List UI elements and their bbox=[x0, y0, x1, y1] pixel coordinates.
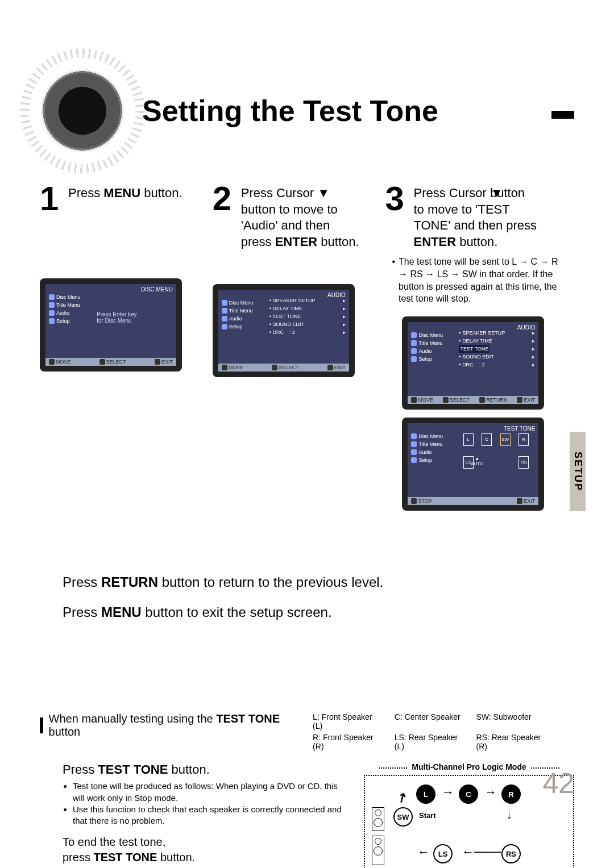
screen-2-list: • SPEAKER SETUP▸ • DELAY TIME▸ • TEST TO… bbox=[269, 297, 346, 336]
setup-icon bbox=[411, 457, 417, 463]
move-icon bbox=[49, 359, 55, 365]
row-delay-time: DELAY TIME bbox=[272, 306, 302, 311]
speaker-box-icon bbox=[372, 836, 384, 865]
start-label: Start bbox=[419, 811, 436, 820]
exit-icon bbox=[517, 397, 522, 403]
sidebar-title-menu: Title Menu bbox=[418, 339, 442, 347]
steps-row: 1 Press MENU button. DISC MENU Disc Menu… bbox=[40, 182, 574, 511]
footer-move: MOVE bbox=[56, 359, 71, 365]
press-tt-post: button. bbox=[168, 762, 209, 777]
sidebar-title-menu: Title Menu bbox=[56, 301, 80, 309]
manual-test-section: When manually testing using the TEST TON… bbox=[40, 701, 574, 868]
screen-1-sidebar: Disc Menu Title Menu Audio Setup bbox=[49, 293, 81, 325]
sidebar-audio: Audio bbox=[418, 448, 432, 456]
disc-icon bbox=[411, 433, 417, 439]
exit-icon bbox=[327, 365, 333, 370]
title-icon bbox=[49, 302, 55, 308]
screen-1-hint: Press Enter key for Disc Menu bbox=[97, 311, 171, 324]
title-icon bbox=[411, 340, 417, 346]
nav-menu-post: button to exit the setup screen. bbox=[142, 604, 332, 620]
step-3-l4-b: ENTER bbox=[413, 235, 456, 249]
band-lower: Press TEST TONE button. Test tone will b… bbox=[40, 762, 574, 868]
screen-2-footer: MOVE SELECT EXIT bbox=[218, 364, 349, 372]
step-1-text-pre: Press bbox=[68, 186, 103, 200]
arrow-down-icon: ↓ bbox=[506, 807, 512, 822]
screen-3a-sidebar: Disc Menu Title Menu Audio Setup bbox=[411, 331, 443, 363]
footer-exit: EXIT bbox=[334, 365, 346, 370]
nav-return-post: button to return to the previous level. bbox=[158, 574, 383, 590]
nav-return-bold: RETURN bbox=[101, 574, 158, 590]
step-2-l3b-bold: ENTER bbox=[275, 235, 318, 249]
row-delay-time: DELAY TIME bbox=[462, 338, 492, 344]
move-icon bbox=[411, 397, 417, 403]
audio-icon bbox=[411, 348, 417, 354]
row-test-tone-hl: TEST TONE bbox=[459, 345, 489, 353]
tt-r: R bbox=[518, 433, 529, 446]
end-l2-bold: TEST TONE bbox=[93, 851, 157, 863]
screen-3b-speakers: L C SW R LS RS bbox=[459, 433, 533, 469]
band-title-bold: TEST TONE bbox=[216, 712, 280, 725]
legend-r: R: Front Speaker (R) bbox=[313, 733, 380, 751]
legend-ls: LS: Rear Speaker (L) bbox=[395, 733, 462, 751]
step-2-l3b-post: button. bbox=[317, 235, 359, 249]
step-2: 2 Press Cursor ▼ button to move to 'Audi… bbox=[213, 182, 385, 377]
step-3-number: 3 bbox=[385, 182, 413, 216]
footer-exit: EXIT bbox=[161, 359, 173, 365]
footer-select: SELECT bbox=[106, 359, 126, 365]
select-icon bbox=[443, 397, 449, 403]
node-ls: LS bbox=[433, 844, 453, 863]
sidebar-setup: Setup bbox=[418, 456, 432, 464]
node-l: L bbox=[416, 784, 435, 804]
legend-sw: SW: Subwoofer bbox=[476, 712, 551, 731]
row-sound-edit: SOUND EDIT bbox=[272, 322, 304, 327]
tt-c: C bbox=[482, 433, 492, 446]
screen-1: DISC MENU Disc Menu Title Menu Audio Set… bbox=[40, 278, 182, 372]
cursor-down-icon: ▼ bbox=[491, 186, 503, 200]
screen-1-hint-2: for Disc Menu bbox=[97, 318, 171, 324]
screen-3b-sidebar: Disc Menu Title Menu Audio Setup bbox=[411, 432, 443, 464]
screen-2-sidebar: Disc Menu Title Menu Audio Setup bbox=[222, 299, 254, 331]
disc-icon bbox=[49, 294, 55, 300]
node-c: C bbox=[459, 784, 478, 804]
footer-move: MOVE bbox=[229, 365, 244, 370]
bullet-test-tone-produced: Test tone will be produced as follows: W… bbox=[73, 781, 347, 804]
tt-l: L bbox=[463, 433, 474, 446]
end-l1: To end the test tone, bbox=[63, 834, 347, 850]
tt-rs: RS bbox=[518, 456, 529, 469]
legend-rs: RS: Rear Speaker (R) bbox=[476, 733, 551, 751]
step-1-text-post: button. bbox=[140, 186, 182, 200]
press-tt-bold: TEST TONE bbox=[98, 762, 168, 777]
band-accent bbox=[40, 717, 43, 733]
bullet-check-speakers: Use this function to check that each spe… bbox=[73, 804, 347, 827]
node-sw: SW bbox=[393, 807, 413, 827]
title-bar-accent bbox=[551, 111, 574, 119]
audio-icon bbox=[411, 449, 417, 455]
tt-sw: SW bbox=[500, 433, 511, 446]
screen-1-footer: MOVE SELECT EXIT bbox=[45, 358, 176, 366]
sidebar-audio: Audio bbox=[229, 315, 242, 323]
step-2-l3a: 'Audio' and then bbox=[241, 218, 330, 232]
exit-icon bbox=[517, 498, 522, 504]
sidebar-disc-menu: Disc Menu bbox=[56, 293, 81, 301]
arrow-up-icon: ↗ bbox=[394, 789, 410, 807]
screen-3b-title: TEST TONE bbox=[504, 425, 536, 432]
stop-icon bbox=[411, 498, 417, 504]
step-1-text-bold: MENU bbox=[103, 186, 140, 200]
setup-icon bbox=[222, 324, 227, 329]
step-2-l2: button to move to bbox=[241, 202, 338, 216]
screen-1-hint-1: Press Enter key bbox=[97, 311, 171, 318]
step-1: 1 Press MENU button. DISC MENU Disc Menu… bbox=[40, 182, 213, 372]
return-icon bbox=[479, 397, 485, 403]
sidebar-audio: Audio bbox=[418, 347, 432, 355]
tt-center: ▲AUTO bbox=[471, 456, 483, 466]
footer-select: SELECT bbox=[450, 397, 470, 403]
step-2-l3b-pre: press bbox=[241, 235, 275, 249]
row-speaker-setup: SPEAKER SETUP bbox=[462, 330, 505, 336]
screen-3b: TEST TONE Disc Menu Title Menu Audio Set… bbox=[402, 418, 544, 511]
press-test-tone: Press TEST TONE button. Test tone will b… bbox=[40, 762, 352, 868]
page-title: Setting the Test Tone bbox=[142, 94, 438, 128]
screen-3b-footer: STOP EXIT bbox=[408, 497, 538, 505]
row-sound-edit: SOUND EDIT bbox=[462, 354, 494, 360]
title-icon bbox=[222, 308, 227, 314]
arrow-left-icon: ← bbox=[417, 845, 430, 859]
